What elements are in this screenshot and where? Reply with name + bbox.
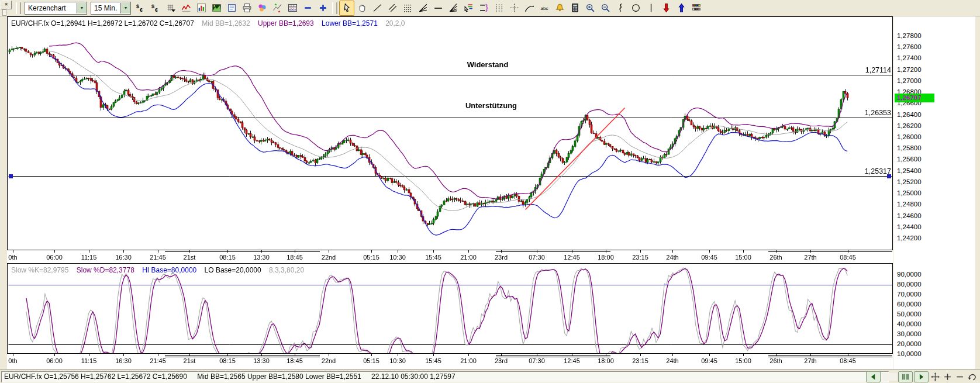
scrollbar-track[interactable] [882, 373, 897, 381]
color-grid-icon[interactable] [689, 1, 704, 16]
time-axis-label: 08:45 [840, 357, 856, 364]
toolbar-grip[interactable] [332, 2, 337, 14]
symbol-search-icon[interactable]: $€ [148, 1, 163, 16]
trendline-tool-icon[interactable] [370, 1, 385, 16]
time-tick [123, 250, 124, 253]
time-axis-label: 21:00 [460, 357, 477, 364]
last-price-badge: 1,26707 [895, 94, 934, 102]
indicator-canvas[interactable] [8, 264, 892, 353]
main-toolbar: ✕ Kerzenchart ▼ 15 Min. ▼ $€$€ abc [0, 0, 980, 16]
wave-tool-icon[interactable] [613, 1, 628, 16]
price-axis-tick: 1,24600 [897, 212, 922, 219]
horizontal-line-tool-icon[interactable] [430, 1, 446, 16]
undo-button[interactable] [967, 372, 978, 382]
zoom-in-tool-icon[interactable] [582, 1, 598, 16]
chart-header: EUR/CHF.fx O=1,26941 H=1,26972 L=1,26702… [11, 19, 411, 27]
regression-tool-icon[interactable] [476, 1, 491, 16]
support-price-label: 1,26353 [865, 109, 891, 117]
close-icon[interactable]: ✕ [1, 1, 12, 9]
time-axis-label: 0th [8, 254, 17, 261]
time-axis-bottom[interactable]: 0th06:0011:1516:3021:4521st08:1513:3018:… [7, 354, 893, 369]
fan-lines-tool-icon[interactable] [415, 1, 430, 16]
time-tick [158, 250, 158, 253]
calculator-tool-icon[interactable] [567, 1, 582, 16]
time-axis-label: 11:15 [81, 254, 97, 261]
chart-gallery-icon[interactable] [194, 1, 209, 16]
pan-mode-button[interactable] [930, 372, 941, 382]
price-axis-tick: 1,26200 [897, 122, 922, 129]
time-tick [371, 354, 372, 356]
time-axis-top[interactable]: 0th06:0011:1516:3021:4521st08:1513:3018:… [7, 250, 893, 263]
scroll-thumb-button[interactable] [898, 371, 913, 382]
time-axis-label: 08:15 [219, 254, 236, 261]
chart-image-icon[interactable] [209, 1, 224, 16]
time-tick [329, 354, 329, 356]
zoom-out-tool-icon[interactable] [598, 1, 613, 16]
pointer-levels-tool-icon[interactable] [461, 1, 476, 16]
resistance-annotation[interactable]: Widerstand [467, 60, 509, 69]
text-tool-icon[interactable]: abc [537, 1, 552, 16]
parallel-lines-tool-icon[interactable] [385, 1, 400, 16]
print-icon[interactable] [239, 1, 254, 16]
time-tick [640, 250, 641, 253]
time-tick [709, 354, 710, 356]
chart-type-value: Kerzenchart [25, 4, 77, 12]
symbol-ohlc-text: EUR/CHF.fx O=1,26941 H=1,26972 L=1,26702… [11, 19, 194, 27]
time-tick [398, 250, 398, 253]
vertical-line-tool-icon[interactable] [643, 1, 658, 16]
session-overline [496, 355, 610, 357]
price-axis-tick: 1,27200 [897, 66, 922, 73]
session-overline [768, 251, 892, 252]
zoom-out-button[interactable] [954, 372, 965, 382]
line-handle-right[interactable] [887, 174, 891, 178]
price-chart-canvas[interactable] [8, 18, 892, 249]
price-axis[interactable]: 1,278001,276001,274001,272001,270001,268… [893, 16, 975, 369]
indicator-axis-tick: 80,0000 [897, 281, 922, 288]
time-axis-label: 24th [666, 357, 678, 364]
signals-chart-icon[interactable] [270, 1, 285, 16]
gann-fan-tool-icon[interactable] [446, 1, 461, 16]
line-handle-left[interactable] [9, 174, 13, 178]
arrow-up-tool-icon[interactable] [674, 1, 689, 16]
price-axis-tick: 1,26000 [897, 133, 922, 140]
chevron-down-icon[interactable]: ▼ [120, 3, 130, 13]
zoom-in-button[interactable] [942, 372, 953, 382]
lower-bb-text: Lower BB=1,2571 [322, 19, 378, 27]
price-axis-tick: 1,24800 [897, 201, 922, 208]
time-axis-label: 24th [666, 254, 678, 261]
time-axis-label: 05:15 [363, 357, 379, 364]
time-axis-label: 05:15 [363, 254, 379, 261]
crosshair-tool-icon[interactable] [506, 1, 522, 16]
time-tick [672, 354, 673, 356]
time-tick [709, 250, 710, 253]
hand-tool-icon[interactable] [354, 1, 370, 16]
scroll-left-button[interactable] [866, 371, 881, 382]
support-annotation[interactable]: Unterstützung [465, 101, 517, 110]
zoom-minus-icon[interactable] [300, 1, 315, 16]
scroll-right-button[interactable] [914, 371, 929, 382]
data-window-icon[interactable] [285, 1, 300, 16]
alert-bell-tool-icon[interactable] [552, 1, 567, 16]
chevron-down-icon[interactable]: ▼ [77, 3, 87, 13]
indicator-wave-icon[interactable] [178, 1, 194, 16]
dock-grip[interactable] [2, 9, 6, 16]
symbol-quote-icon[interactable]: $€ [133, 1, 148, 16]
zoom-plus-icon[interactable] [315, 1, 330, 16]
ellipse-tool-icon[interactable] [628, 1, 643, 16]
watchlist-book-icon[interactable] [224, 1, 239, 16]
time-axis-label: 18:45 [287, 357, 303, 364]
toolbar-grip[interactable] [16, 2, 21, 14]
interval-select[interactable]: 15 Min. ▼ [91, 2, 131, 15]
chart-type-select[interactable]: Kerzenchart ▼ [25, 2, 87, 15]
svg-text:€: € [154, 7, 157, 13]
pointer-tool-icon[interactable] [339, 1, 354, 16]
design-palette-icon[interactable] [254, 1, 270, 16]
fibonacci-lines-tool-icon[interactable] [400, 1, 415, 16]
grid-settings-icon[interactable] [163, 1, 178, 16]
time-axis-label: 06:00 [46, 254, 63, 261]
vertical-lines-tool-icon[interactable] [491, 1, 506, 16]
arrow-down-tool-icon[interactable] [658, 1, 674, 16]
time-tick [468, 354, 469, 356]
arc-tool-icon[interactable] [522, 1, 537, 16]
time-axis-label: 15:00 [735, 254, 751, 261]
